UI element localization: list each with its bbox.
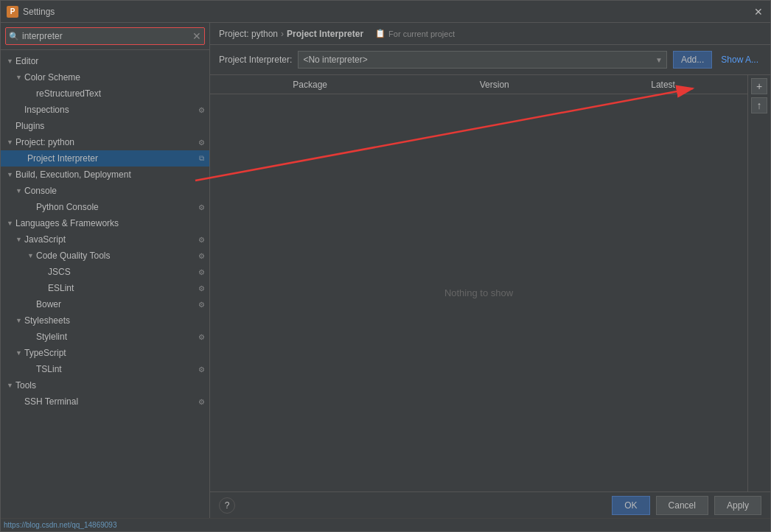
breadcrumb-project: Project: python (219, 29, 278, 39)
search-input[interactable] (22, 31, 192, 41)
copy-icon: ⧉ (196, 153, 206, 164)
arrow-icon: ▼ (15, 317, 24, 324)
right-panel: Project: python › Project Interpreter 📋 … (210, 23, 770, 518)
sidebar-item-stylesheets[interactable]: ▼ Stylesheets (1, 312, 209, 329)
sidebar-item-eslint[interactable]: ESLint ⚙ (1, 280, 209, 296)
sidebar-item-project-python[interactable]: ▼ Project: python ⚙ (1, 134, 209, 150)
action-sidebar: + ↑ (747, 75, 770, 491)
breadcrumb-note: 📋 For current project (375, 29, 455, 38)
sidebar-item-label: Inspections (24, 105, 196, 115)
breadcrumb-current: Project Interpreter (287, 29, 363, 39)
sidebar-item-label: Project: python (15, 137, 196, 147)
packages-area: Package Version Latest Nothing to show (210, 75, 747, 491)
help-button[interactable]: ? (219, 497, 235, 514)
sidebar-item-label: Project Interpreter (27, 153, 196, 164)
left-panel: 🔍 ✕ ▼ Editor ▼ Color Scheme (1, 23, 210, 518)
sidebar-item-label: Languages & Frameworks (15, 218, 209, 228)
sidebar-item-code-quality[interactable]: ▼ Code Quality Tools ⚙ (1, 248, 209, 264)
sidebar-item-label: reStructuredText (36, 88, 209, 99)
bottom-left: ? (219, 497, 241, 514)
close-button[interactable]: ✕ (753, 6, 764, 18)
upgrade-package-button[interactable]: ↑ (751, 97, 767, 113)
sidebar-item-label: Bower (36, 299, 196, 309)
ok-button[interactable]: OK (612, 496, 649, 515)
url-bar: https://blog.csdn.net/qq_14869093 (1, 518, 770, 531)
app-icon: P (7, 6, 18, 18)
breadcrumb-note-text: For current project (388, 29, 455, 38)
settings-icon: ⚙ (196, 137, 206, 147)
sidebar-item-label: JavaScript (24, 234, 196, 245)
arrow-icon: ▼ (7, 382, 15, 389)
sidebar-item-python-console[interactable]: Python Console ⚙ (1, 199, 209, 215)
settings-icon: ⚙ (196, 299, 206, 309)
arrow-icon: ▼ (7, 171, 15, 178)
sidebar-item-console[interactable]: ▼ Console (1, 183, 209, 199)
show-all-link[interactable]: Show A... (718, 53, 761, 66)
settings-icon: ⚙ (196, 234, 206, 245)
sidebar-item-javascript[interactable]: ▼ JavaScript ⚙ (1, 231, 209, 248)
arrow-icon: ▼ (15, 349, 24, 357)
sidebar-item-label: TypeScript (24, 348, 209, 358)
arrow-icon: ▼ (7, 57, 15, 65)
sidebar-item-label: SSH Terminal (24, 396, 196, 407)
sidebar-item-plugins[interactable]: Plugins (1, 118, 209, 134)
sidebar-item-build-exec[interactable]: ▼ Build, Execution, Deployment (1, 167, 209, 183)
col-latest: Latest (579, 80, 747, 90)
settings-icon: ⚙ (196, 396, 206, 407)
arrow-icon: ▼ (7, 139, 15, 146)
interpreter-row: Project Interpreter: <No interpreter> ▼ … (210, 45, 770, 75)
settings-icon: ⚙ (196, 267, 206, 277)
sidebar-item-label: Stylelint (36, 332, 196, 342)
main-content: 🔍 ✕ ▼ Editor ▼ Color Scheme (1, 23, 770, 518)
search-wrap: 🔍 ✕ (5, 27, 205, 45)
sidebar-item-label: Code Quality Tools (36, 251, 196, 261)
interpreter-label: Project Interpreter: (219, 55, 292, 65)
apply-button[interactable]: Apply (714, 496, 761, 515)
settings-icon: ⚙ (196, 364, 206, 374)
arrow-icon: ▼ (15, 187, 24, 195)
interpreter-select-wrap: <No interpreter> ▼ (298, 51, 667, 69)
sidebar-item-project-interpreter[interactable]: Project Interpreter ⧉ (1, 150, 209, 167)
sidebar-item-label: ESLint (48, 283, 196, 293)
settings-icon: ⚙ (196, 202, 206, 212)
sidebar-item-editor[interactable]: ▼ Editor (1, 53, 209, 69)
sidebar-item-stylelint[interactable]: Stylelint ⚙ (1, 329, 209, 345)
add-package-button[interactable]: + (751, 78, 767, 94)
sidebar-item-label: Stylesheets (24, 315, 209, 326)
sidebar-item-tools[interactable]: ▼ Tools (1, 377, 209, 393)
window-title: Settings (23, 7, 753, 17)
sidebar-item-color-scheme[interactable]: ▼ Color Scheme (1, 69, 209, 85)
sidebar-item-jscs[interactable]: JSCS ⚙ (1, 264, 209, 280)
arrow-icon: ▼ (15, 74, 24, 81)
sidebar-item-typescript[interactable]: ▼ TypeScript (1, 345, 209, 361)
settings-icon: ⚙ (196, 332, 206, 342)
breadcrumb: Project: python › Project Interpreter 📋 … (210, 23, 770, 45)
add-interpreter-button[interactable]: Add... (673, 51, 712, 69)
search-bar: 🔍 ✕ (1, 23, 209, 50)
interpreter-select[interactable]: <No interpreter> (298, 51, 667, 69)
table-header: Package Version Latest (210, 75, 747, 94)
col-package: Package (210, 80, 410, 90)
empty-message: Nothing to show (444, 287, 513, 298)
sidebar-item-label: Editor (15, 56, 209, 66)
search-icon: 🔍 (9, 32, 19, 41)
breadcrumb-separator: › (281, 29, 284, 39)
table-body: Nothing to show (210, 94, 747, 491)
sidebar-item-tslint[interactable]: TSLint ⚙ (1, 361, 209, 377)
clear-search-icon[interactable]: ✕ (192, 31, 201, 41)
url-text: https://blog.csdn.net/qq_14869093 (4, 521, 116, 529)
sidebar-item-label: Tools (15, 380, 209, 391)
sidebar-item-lang-frameworks[interactable]: ▼ Languages & Frameworks (1, 215, 209, 231)
cancel-button[interactable]: Cancel (656, 496, 708, 515)
sidebar-item-bower[interactable]: Bower ⚙ (1, 296, 209, 312)
sidebar-item-label: Build, Execution, Deployment (15, 169, 209, 180)
arrow-icon: ▼ (7, 220, 15, 227)
sidebar-item-ssh-terminal[interactable]: SSH Terminal ⚙ (1, 393, 209, 410)
sidebar-item-inspections[interactable]: Inspections ⚙ (1, 102, 209, 118)
sidebar-item-restructuredtext[interactable]: reStructuredText (1, 85, 209, 102)
sidebar-item-label: JSCS (48, 267, 196, 277)
sidebar-item-label: Plugins (15, 121, 209, 131)
settings-tree: ▼ Editor ▼ Color Scheme reStructuredText… (1, 50, 209, 518)
footer-bar: ? OK Cancel Apply (210, 491, 770, 518)
sidebar-item-label: Color Scheme (24, 72, 209, 83)
